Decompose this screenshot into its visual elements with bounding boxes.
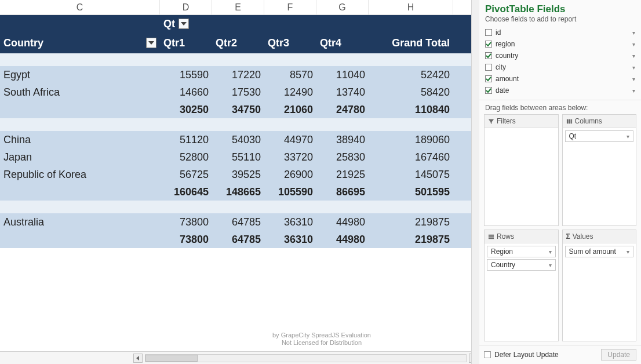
header-grand-total[interactable]: Grand Total	[369, 32, 453, 53]
checkbox-icon[interactable]	[485, 41, 492, 48]
checkbox-icon[interactable]	[485, 64, 492, 71]
chevron-down-icon[interactable]: ▾	[632, 76, 638, 82]
drag-instructions: Drag fields between areas below:	[479, 100, 641, 114]
col-header-c[interactable]: C	[0, 0, 160, 14]
table-row[interactable]: Republic of Korea 56725 39525 26900 2192…	[0, 166, 478, 183]
row-label: Republic of Korea	[0, 166, 160, 183]
chevron-down-icon[interactable]: ▾	[632, 41, 638, 48]
table-row[interactable]: South Africa 14660 17530 12490 13740 584…	[0, 83, 478, 101]
defer-update-checkbox[interactable]	[484, 351, 491, 358]
pivot-column-field-row: Qt	[0, 15, 478, 32]
checkbox-icon[interactable]	[485, 87, 492, 94]
col-header-h[interactable]: H	[369, 0, 453, 14]
checkbox-icon[interactable]	[485, 29, 492, 36]
scroll-thumb[interactable]	[145, 355, 198, 362]
columns-area[interactable]: Columns Qt ▾	[562, 114, 637, 226]
row-label: Australia	[0, 213, 160, 231]
vertical-scrollbar[interactable]	[471, 0, 479, 364]
field-item-id[interactable]: id ▾	[485, 27, 638, 38]
field-item-date[interactable]: date ▾	[485, 85, 638, 96]
table-row[interactable]: Australia 73800 64785 36310 44980 219875	[0, 213, 478, 231]
row-label: South Africa	[0, 83, 160, 101]
sigma-icon: Σ	[566, 232, 570, 241]
field-item-country[interactable]: country ▾	[485, 50, 638, 61]
chevron-down-icon[interactable]: ▾	[627, 249, 629, 255]
values-area[interactable]: Σ Values Sum of amount ▾	[562, 230, 637, 341]
area-pill-qt[interactable]: Qt ▾	[565, 130, 634, 142]
scroll-track[interactable]	[145, 354, 467, 362]
chevron-down-icon[interactable]: ▾	[632, 88, 638, 94]
header-qtr4[interactable]: Qtr4	[316, 32, 369, 53]
area-pill-region[interactable]: Region ▾	[487, 246, 556, 257]
subtotal-row[interactable]: 160645 148665 105590 86695 501595	[0, 183, 478, 201]
chevron-down-icon[interactable]: ▾	[632, 64, 638, 71]
filter-icon	[488, 118, 494, 125]
field-item-city[interactable]: city ▾	[485, 61, 638, 73]
header-qtr1[interactable]: Qtr1	[160, 32, 212, 53]
row-field-label: Country	[3, 37, 43, 49]
panel-title: PivotTable Fields	[479, 0, 641, 15]
area-pill-sum-amount[interactable]: Sum of amount ▾	[565, 246, 634, 257]
subtotal-row[interactable]: 73800 64785 36310 44980 219875	[0, 231, 478, 248]
row-label: Egypt	[0, 66, 160, 83]
columns-icon	[566, 118, 573, 125]
pivot-table: Qt Country Qtr1 Qtr2 Qtr3 Qtr4 Grand Tot…	[0, 15, 478, 351]
column-field-label: Qt	[163, 18, 175, 30]
areas-grid: Filters Columns Qt ▾ Rows	[479, 114, 641, 345]
table-row[interactable]: Egypt 15590 17220 8570 11040 52420	[0, 66, 478, 83]
panel-footer: Defer Layout Update Update	[479, 345, 641, 364]
table-row[interactable]: China 51120 54030 44970 38940 189060	[0, 131, 478, 148]
defer-update-label: Defer Layout Update	[494, 351, 559, 359]
spacer-row	[0, 118, 478, 131]
update-button[interactable]: Update	[601, 349, 636, 361]
qt-filter-button[interactable]	[179, 19, 189, 29]
column-headers: C D E F G H	[0, 0, 478, 15]
panel-subtitle: Choose fields to add to report	[479, 15, 641, 26]
header-qtr2[interactable]: Qtr2	[212, 32, 264, 53]
subtotal-row[interactable]: 30250 34750 21060 24780 110840	[0, 101, 478, 118]
pivottable-fields-panel: PivotTable Fields Choose fields to add t…	[479, 0, 641, 364]
chevron-down-icon[interactable]: ▾	[549, 249, 552, 255]
checkbox-icon[interactable]	[485, 52, 492, 59]
rows-icon	[488, 234, 494, 240]
field-item-amount[interactable]: amount ▾	[485, 73, 638, 85]
col-header-d[interactable]: D	[160, 0, 212, 14]
col-header-f[interactable]: F	[264, 0, 316, 14]
spacer-row	[0, 201, 478, 213]
table-row[interactable]: Japan 52800 55110 33720 25830 167460	[0, 148, 478, 166]
pivot-header-row: Country Qtr1 Qtr2 Qtr3 Qtr4 Grand Total	[0, 32, 478, 53]
col-header-e[interactable]: E	[212, 0, 264, 14]
field-list: id ▾ region ▾ country ▾ city ▾ amount ▾ …	[479, 26, 641, 100]
chevron-down-icon[interactable]: ▾	[632, 30, 638, 36]
area-pill-country[interactable]: Country ▾	[487, 259, 556, 271]
row-label: Japan	[0, 148, 160, 166]
rows-area[interactable]: Rows Region ▾ Country ▾	[484, 230, 559, 341]
chevron-down-icon[interactable]: ▾	[549, 262, 552, 268]
checkbox-icon[interactable]	[485, 75, 492, 82]
header-qtr3[interactable]: Qtr3	[264, 32, 316, 53]
spreadsheet-area: C D E F G H Qt Country Q	[0, 0, 479, 364]
row-label: China	[0, 131, 160, 148]
country-filter-button[interactable]	[146, 38, 156, 48]
chevron-down-icon[interactable]: ▾	[627, 133, 629, 140]
chevron-down-icon[interactable]: ▾	[632, 53, 638, 59]
filters-area[interactable]: Filters	[484, 114, 559, 226]
horizontal-scrollbar[interactable]	[0, 351, 478, 364]
scroll-left-button[interactable]	[133, 354, 143, 363]
spacer-row	[0, 53, 478, 66]
field-item-region[interactable]: region ▾	[485, 38, 638, 50]
col-header-g[interactable]: G	[316, 0, 369, 14]
